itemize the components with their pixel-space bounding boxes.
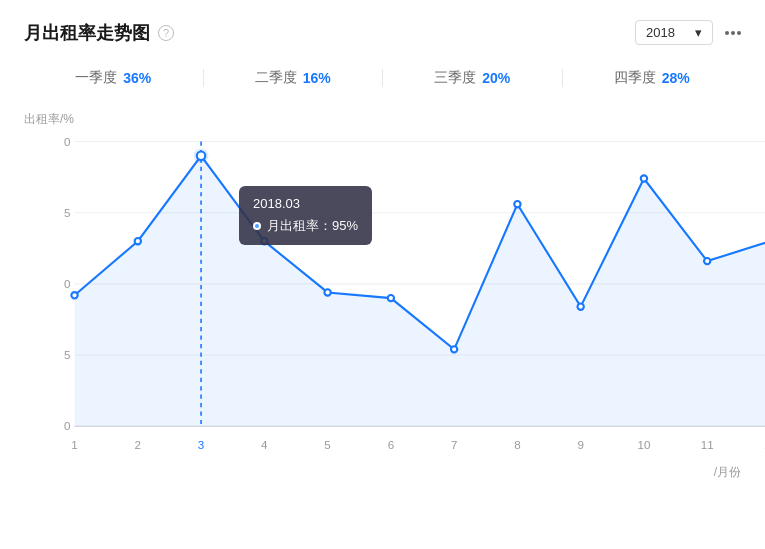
- svg-point-23: [71, 292, 77, 298]
- help-icon[interactable]: ?: [158, 25, 174, 41]
- more-button[interactable]: [725, 31, 741, 35]
- svg-point-33: [641, 175, 647, 181]
- q1-label: 一季度: [75, 69, 117, 87]
- svg-point-26: [197, 152, 205, 160]
- svg-text:75: 75: [64, 207, 70, 219]
- svg-point-32: [577, 303, 583, 309]
- chevron-down-icon: ▾: [695, 25, 702, 40]
- svg-text:9: 9: [577, 439, 583, 451]
- svg-point-28: [324, 289, 330, 295]
- svg-point-24: [135, 238, 141, 244]
- title-area: 月出租率走势图 ?: [24, 21, 174, 45]
- q4-value: 28%: [662, 70, 690, 86]
- q2-label: 二季度: [255, 69, 297, 87]
- svg-text:3: 3: [198, 439, 204, 451]
- x-axis-unit: /月份: [714, 464, 741, 481]
- quarter-item-q3: 三季度 20%: [382, 69, 562, 87]
- quarter-item-q1: 一季度 36%: [24, 69, 203, 87]
- svg-point-27: [261, 238, 267, 244]
- svg-text:4: 4: [261, 439, 268, 451]
- page-title: 月出租率走势图: [24, 21, 150, 45]
- svg-text:0: 0: [64, 420, 70, 432]
- svg-point-29: [388, 295, 394, 301]
- svg-text:25: 25: [64, 349, 70, 361]
- svg-text:11: 11: [701, 439, 714, 451]
- q3-label: 三季度: [434, 69, 476, 87]
- svg-text:1: 1: [71, 439, 77, 451]
- card: 月出租率走势图 ? 2018 ▾ 一季度 36% 二季度 16% 三季度 20%…: [0, 0, 765, 549]
- svg-text:5: 5: [324, 439, 330, 451]
- svg-text:8: 8: [514, 439, 520, 451]
- quarter-item-q4: 四季度 28%: [562, 69, 742, 87]
- chart-svg: 0255075100123456789101112: [64, 131, 765, 458]
- svg-point-30: [451, 346, 457, 352]
- year-value: 2018: [646, 25, 675, 40]
- svg-text:100: 100: [64, 136, 70, 148]
- q1-value: 36%: [123, 70, 151, 86]
- q4-label: 四季度: [614, 69, 656, 87]
- q2-value: 16%: [303, 70, 331, 86]
- svg-text:6: 6: [388, 439, 394, 451]
- quarters-bar: 一季度 36% 二季度 16% 三季度 20% 四季度 28%: [24, 61, 741, 95]
- y-axis-label: 出租率/%: [24, 111, 74, 128]
- svg-point-34: [704, 258, 710, 264]
- svg-text:2: 2: [135, 439, 141, 451]
- svg-text:50: 50: [64, 278, 70, 290]
- header: 月出租率走势图 ? 2018 ▾: [24, 20, 741, 45]
- q3-value: 20%: [482, 70, 510, 86]
- chart-container: 出租率/% 0255075100123456789101112 2018.03月…: [24, 111, 741, 481]
- quarter-item-q2: 二季度 16%: [203, 69, 383, 87]
- svg-text:10: 10: [637, 439, 650, 451]
- svg-point-31: [514, 201, 520, 207]
- header-right: 2018 ▾: [635, 20, 741, 45]
- year-select[interactable]: 2018 ▾: [635, 20, 713, 45]
- chart-area: 0255075100123456789101112 2018.03月出租率：95…: [64, 131, 765, 462]
- svg-text:7: 7: [451, 439, 457, 451]
